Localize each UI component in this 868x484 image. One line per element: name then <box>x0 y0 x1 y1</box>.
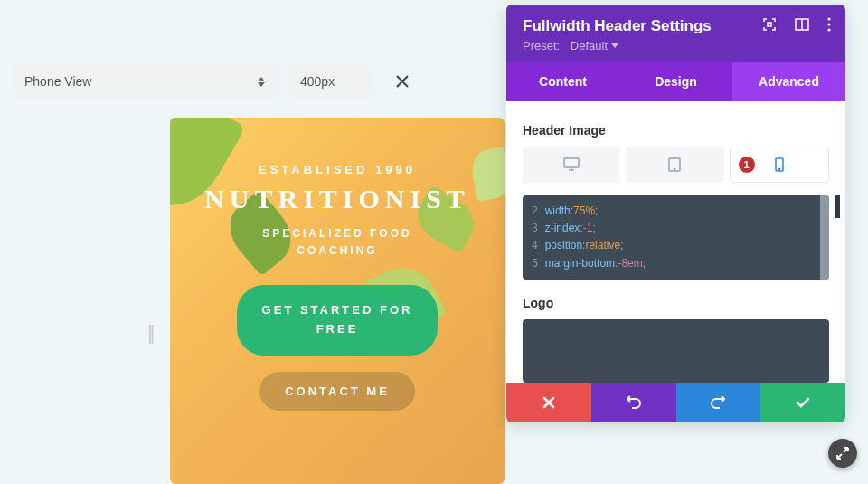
panel-body: Header Image 1 2width:75%; 3z-index:-1; … <box>506 101 845 383</box>
tagline: SPECIALIZED FOODCOACHING <box>170 225 505 260</box>
get-started-button[interactable]: GET STARTED FORFREE <box>237 285 439 356</box>
svg-point-2 <box>827 17 830 20</box>
columns-icon[interactable] <box>795 17 809 32</box>
device-phone[interactable]: 1 <box>730 147 829 183</box>
expand-button[interactable] <box>828 439 857 468</box>
phone-icon <box>775 157 784 172</box>
redo-button[interactable] <box>676 383 761 422</box>
css-code-editor[interactable]: 2width:75%; 3z-index:-1; 4position:relat… <box>523 195 829 280</box>
view-select[interactable]: Phone View <box>14 63 276 100</box>
svg-point-3 <box>827 23 830 25</box>
panel-header: Fullwidth Header Settings Preset: Defaul… <box>506 5 845 62</box>
focus-icon[interactable] <box>762 17 777 32</box>
cancel-button[interactable] <box>506 383 591 422</box>
redo-icon <box>711 395 725 410</box>
contact-me-button[interactable]: CONTACT ME <box>259 372 415 411</box>
check-icon <box>796 397 810 408</box>
logo-code-editor[interactable] <box>523 319 829 383</box>
view-select-label: Phone View <box>24 74 91 89</box>
panel-scrollbar[interactable] <box>835 195 840 218</box>
badge: 1 <box>738 156 756 174</box>
device-tabs: 1 <box>523 147 829 183</box>
tab-content[interactable]: Content <box>506 62 619 101</box>
resize-handle-icon[interactable]: || <box>147 321 152 345</box>
tab-advanced[interactable]: Advanced <box>732 62 845 101</box>
tablet-icon <box>668 157 681 172</box>
code-scrollbar[interactable] <box>820 195 829 280</box>
svg-point-9 <box>778 168 779 169</box>
svg-rect-0 <box>768 23 771 26</box>
desktop-icon <box>563 157 580 172</box>
clear-width-button[interactable] <box>384 63 420 100</box>
svg-rect-5 <box>564 158 579 167</box>
settings-panel: Fullwidth Header Settings Preset: Defaul… <box>506 5 845 422</box>
section-header-image: Header Image <box>523 123 829 138</box>
svg-point-7 <box>675 168 675 169</box>
undo-button[interactable] <box>591 383 676 422</box>
preview-toolbar: Phone View 400px <box>14 63 420 100</box>
save-button[interactable] <box>760 383 845 422</box>
section-logo: Logo <box>523 296 829 310</box>
tab-design[interactable]: Design <box>619 62 732 101</box>
device-desktop[interactable] <box>523 147 620 183</box>
undo-icon <box>627 395 641 410</box>
preset-selector[interactable]: Preset: Default <box>523 39 829 52</box>
width-input[interactable]: 400px <box>289 63 371 100</box>
svg-point-4 <box>827 28 830 31</box>
phone-preview: ESTABLISED 1990 NUTRITIONIST SPECIALIZED… <box>170 118 505 484</box>
brand-title: NUTRITIONIST <box>170 184 505 214</box>
close-icon <box>542 396 555 409</box>
chevron-down-icon <box>611 43 618 48</box>
established-text: ESTABLISED 1990 <box>170 163 505 176</box>
settings-tabs: Content Design Advanced <box>506 62 845 101</box>
panel-footer <box>506 383 845 422</box>
device-tablet[interactable] <box>626 147 723 183</box>
select-caret-icon <box>258 77 265 87</box>
more-icon[interactable] <box>827 17 831 32</box>
expand-icon <box>836 447 849 460</box>
